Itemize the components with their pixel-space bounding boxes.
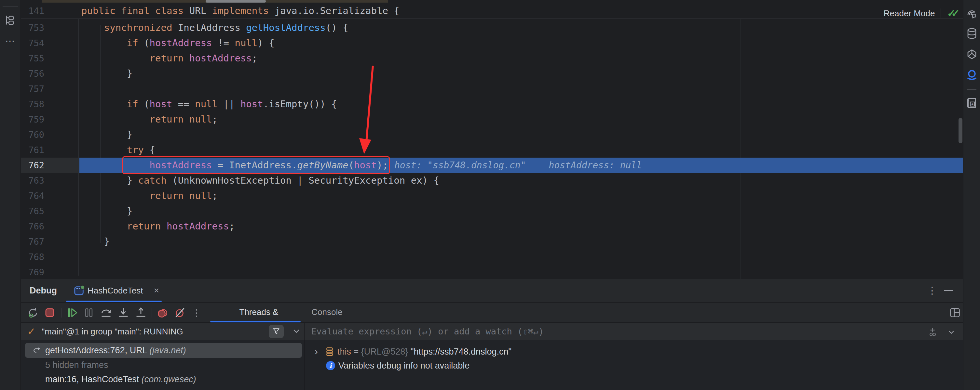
step-over-button[interactable] (100, 307, 112, 319)
pause-button[interactable] (83, 307, 94, 318)
sticky-line-code: public final class URL implements java.i… (81, 3, 399, 19)
editor-top-scrollbar-thumb[interactable] (206, 0, 266, 3)
right-tool-stripe: A (963, 0, 980, 390)
mute-breakpoints-button[interactable] (174, 307, 185, 319)
thread-selector[interactable]: ✓ "main"@1 in group "main": RUNNING (21, 323, 304, 340)
code-text: return hostAddress; (127, 219, 235, 234)
variable-name: this (337, 347, 351, 357)
more-tool-windows-icon[interactable]: ⋯ (0, 35, 21, 46)
code-line[interactable]: 753synchronized InetAddress getHostAddre… (21, 20, 963, 35)
code-line[interactable]: 756} (21, 66, 963, 81)
code-line[interactable]: 765} (21, 203, 963, 219)
toolbar-separator (61, 308, 62, 317)
code-line[interactable]: 758if (host == null || host.isEmpty()) { (21, 97, 963, 112)
frame-location: (java.net) (150, 346, 186, 355)
code-line[interactable]: 764return null; (21, 188, 963, 203)
code-line[interactable]: 754if (hostAddress != null) { (21, 35, 963, 51)
frame-row-hidden[interactable]: 5 hidden frames (45, 358, 108, 372)
session-tab-label[interactable]: HashCodeTest (88, 279, 143, 302)
filter-frames-button[interactable] (269, 325, 284, 338)
thread-status-text: "main"@1 in group "main": RUNNING (41, 323, 183, 340)
expand-chevron-icon[interactable]: › (314, 344, 318, 359)
code-area[interactable]: 753synchronized InetAddress getHostAddre… (21, 19, 963, 279)
hide-tool-window-icon[interactable] (944, 290, 953, 291)
more-options-icon[interactable]: ⋮ (927, 279, 937, 302)
close-icon[interactable]: × (154, 279, 159, 302)
analysis-ok-icon[interactable]: ✓✓ (947, 7, 960, 19)
code-line[interactable]: 769 (21, 265, 963, 279)
line-number: 757 (21, 81, 44, 97)
more-debug-actions-icon[interactable]: ⋮ (192, 307, 201, 318)
svg-text:A: A (971, 102, 974, 106)
inline-hint: hostAddress: null (549, 160, 642, 171)
line-number: 764 (21, 188, 44, 203)
line-number: 755 (21, 51, 44, 66)
line-number: 758 (21, 97, 44, 112)
stripe-divider (3, 6, 18, 6)
build-tool-icon[interactable] (966, 48, 978, 60)
line-number: 763 (21, 173, 44, 188)
code-line[interactable]: 761try { (21, 142, 963, 158)
code-line[interactable]: 763} catch (UnknownHostException | Secur… (21, 173, 963, 188)
frame-location: (com.qwesec) (142, 374, 196, 384)
line-number: 767 (21, 234, 44, 249)
code-line[interactable]: 767} (21, 234, 963, 249)
code-text: } catch (UnknownHostException | Security… (127, 173, 439, 188)
line-number: 766 (21, 219, 44, 234)
code-editor: 141 public final class URL implements ja… (21, 0, 963, 279)
add-watch-icon[interactable] (929, 327, 939, 337)
code-line[interactable]: 759return null; (21, 112, 963, 127)
object-value-icon (325, 347, 334, 357)
frames-list: getHostAddress:762, URL (java.net) 5 hid… (21, 340, 304, 390)
variable-row-this[interactable]: › this = {URL@528} "https://ssb748.dnslo… (305, 344, 963, 359)
structure-icon[interactable] (5, 14, 16, 26)
variable-ref: {URL@528} (361, 347, 408, 357)
info-icon: i (326, 361, 335, 370)
ai-assistant-icon[interactable] (966, 8, 978, 19)
annotation-red-box (123, 156, 390, 174)
editor-scrollbar-thumb[interactable] (959, 118, 963, 143)
equals: = (351, 347, 361, 357)
reader-mode-label[interactable]: Reader Mode (884, 8, 935, 19)
code-line[interactable]: 755return hostAddress; (21, 51, 963, 66)
code-line[interactable]: 766return hostAddress; (21, 219, 963, 234)
funnel-icon (272, 327, 280, 336)
chevron-down-icon[interactable] (291, 326, 301, 336)
tab-threads-variables[interactable]: Threads & Variables (221, 303, 296, 322)
line-number: 760 (21, 127, 44, 142)
code-text: } (127, 203, 132, 219)
code-line[interactable]: 760} (21, 127, 963, 142)
debug-tool-window: Debug HashCodeTest × ⋮ (21, 279, 963, 390)
frame-label: main:16, HashCodeTest (45, 374, 142, 384)
evaluate-expression-field[interactable]: Evaluate expression (↵) or add a watch (… (305, 323, 963, 340)
code-line[interactable]: 768 (21, 249, 963, 265)
debug-info-text: Variables debug info not available (338, 358, 469, 373)
database-icon[interactable] (966, 28, 978, 39)
code-line[interactable]: 757 (21, 81, 963, 97)
rerun-button[interactable] (27, 307, 39, 319)
tab-console[interactable]: Console (309, 303, 345, 322)
resume-button[interactable] (67, 307, 78, 319)
frame-row-selected[interactable]: getHostAddress:762, URL (java.net) (25, 343, 302, 358)
ai-plugin-icon[interactable] (966, 69, 978, 81)
session-tab-hashcodetest[interactable]: HashCodeTest × (66, 279, 162, 302)
code-text: return null; (150, 188, 218, 203)
line-number: 753 (21, 20, 44, 35)
layout-settings-icon[interactable] (949, 307, 961, 319)
frames-pane: ✓ "main"@1 in group "main": RUNNING (21, 323, 304, 390)
frame-row[interactable]: main:16, HashCodeTest (com.qwesec) (45, 372, 196, 387)
sticky-line[interactable]: 141 public final class URL implements ja… (21, 3, 963, 19)
line-number: 761 (21, 142, 44, 158)
stop-button[interactable] (44, 307, 55, 318)
reader-mode-widget[interactable]: Reader Mode ✓✓ (884, 5, 960, 21)
debugger-toolbar: ⋮ Threads & Variables Console (21, 303, 963, 323)
chevron-down-icon[interactable] (947, 328, 956, 337)
code-text: if (host == null || host.isEmpty()) { (127, 97, 337, 112)
documentation-icon[interactable]: A (966, 97, 978, 109)
step-out-button[interactable] (135, 307, 147, 319)
stripe-divider (967, 89, 977, 90)
code-text: } (127, 66, 132, 81)
step-into-button[interactable] (118, 307, 129, 319)
view-breakpoints-button[interactable] (157, 307, 169, 319)
active-tab-underline (210, 321, 301, 322)
